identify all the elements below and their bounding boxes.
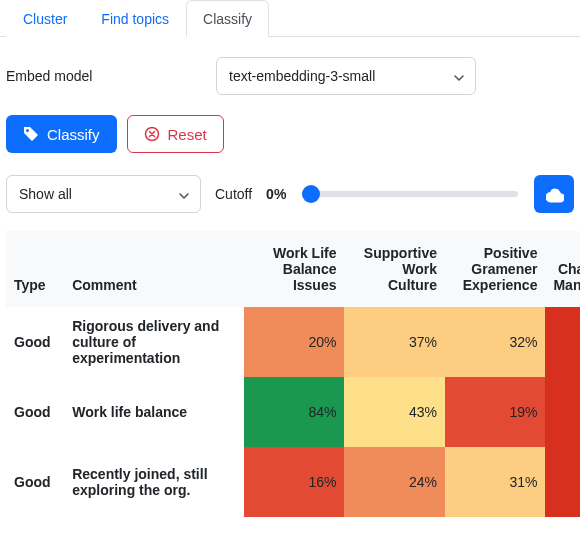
heatmap-cell: 37% — [344, 307, 444, 377]
heatmap-cell — [545, 307, 580, 377]
header-col1: Work Life Balance Issues — [244, 231, 344, 307]
reset-button-label: Reset — [168, 126, 207, 143]
header-col2: Supportive Work Culture — [344, 231, 444, 307]
header-col4: Challenging Management — [545, 231, 580, 307]
reset-button[interactable]: Reset — [127, 115, 224, 153]
cutoff-slider[interactable] — [302, 191, 518, 197]
classify-button[interactable]: Classify — [6, 115, 117, 153]
header-col3: Positive Gramener Experience — [445, 231, 545, 307]
embed-model-value: text-embedding-3-small — [229, 68, 375, 84]
chevron-down-icon — [178, 189, 188, 199]
row-type: Good — [6, 377, 64, 447]
table-row: GoodRecently joined, still exploring the… — [6, 447, 580, 517]
tab-cluster[interactable]: Cluster — [6, 0, 84, 37]
heatmap-cell: 16% — [244, 447, 344, 517]
heatmap-cell: 43% — [344, 377, 444, 447]
download-button[interactable] — [534, 175, 574, 213]
row-comment: Recently joined, still exploring the org… — [64, 447, 244, 517]
cutoff-value: 0% — [266, 186, 286, 202]
embed-model-label: Embed model — [6, 68, 216, 84]
show-select[interactable]: Show all — [6, 175, 201, 213]
tab-bar: Cluster Find topics Classify — [0, 0, 580, 37]
heatmap-cell: 19% — [445, 377, 545, 447]
heatmap-cell: 24% — [344, 447, 444, 517]
heatmap-cell: 84% — [244, 377, 344, 447]
row-type: Good — [6, 447, 64, 517]
cloud-download-icon — [546, 186, 562, 202]
classify-button-label: Classify — [47, 126, 100, 143]
tab-classify[interactable]: Classify — [186, 0, 269, 37]
heatmap-cell: 31% — [445, 447, 545, 517]
table-row: GoodWork life balance84%43%19% — [6, 377, 580, 447]
row-comment: Rigorous delivery and culture of experim… — [64, 307, 244, 377]
results-table: Type Comment Work Life Balance Issues Su… — [6, 231, 580, 517]
tab-find-topics[interactable]: Find topics — [84, 0, 186, 37]
heatmap-cell — [545, 377, 580, 447]
tag-icon — [23, 126, 39, 142]
show-select-value: Show all — [19, 186, 72, 202]
heatmap-cell: 32% — [445, 307, 545, 377]
embed-model-select[interactable]: text-embedding-3-small — [216, 57, 476, 95]
header-comment: Comment — [64, 231, 244, 307]
heatmap-cell — [545, 447, 580, 517]
heatmap-cell: 20% — [244, 307, 344, 377]
results-table-wrap: Type Comment Work Life Balance Issues Su… — [6, 231, 580, 517]
cutoff-label: Cutoff — [215, 186, 252, 202]
header-type: Type — [6, 231, 64, 307]
row-type: Good — [6, 307, 64, 377]
close-circle-icon — [144, 126, 160, 142]
chevron-down-icon — [453, 71, 463, 81]
row-comment: Work life balance — [64, 377, 244, 447]
table-row: GoodRigorous delivery and culture of exp… — [6, 307, 580, 377]
